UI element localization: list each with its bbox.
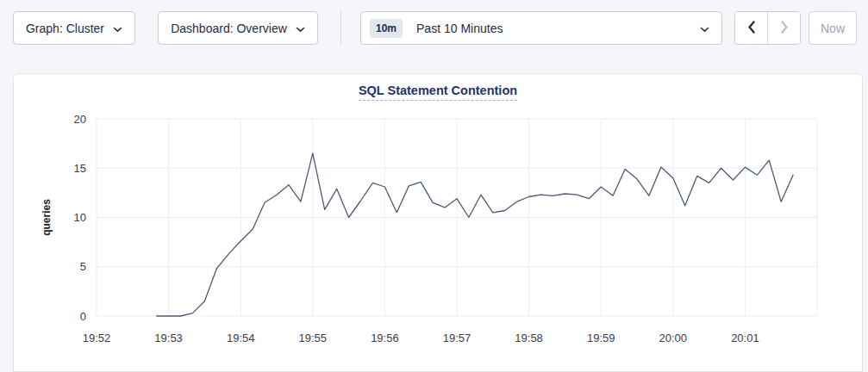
y-tick-label: 10 [74, 211, 86, 224]
x-tick-label: 20:00 [659, 332, 688, 344]
time-range-label: Past 10 Minutes [416, 22, 503, 35]
chevron-down-icon [700, 22, 709, 35]
time-back-button[interactable] [735, 12, 767, 44]
x-tick-label: 19:52 [83, 332, 111, 344]
dashboard-dropdown[interactable]: Dashboard: Overview [158, 11, 318, 45]
x-tick-label: 19:53 [154, 332, 183, 344]
x-tick-label: 19:57 [443, 332, 471, 344]
chart-title-row: SQL Statement Contention [14, 83, 862, 101]
x-tick-label: 19:59 [587, 332, 615, 344]
time-range-badge: 10m [370, 19, 403, 38]
sql-contention-line-chart[interactable]: 0510152019:5219:5319:5419:5519:5619:5719… [14, 102, 862, 360]
dashboard-dropdown-label: Dashboard: Overview [171, 22, 287, 35]
y-tick-label: 15 [74, 162, 86, 175]
y-axis-label: queries [41, 199, 53, 236]
y-tick-label: 20 [74, 113, 86, 126]
time-forward-button[interactable] [767, 12, 800, 44]
chevron-right-icon [780, 21, 789, 36]
chart-panel: SQL Statement Contention 0510152019:5219… [13, 73, 863, 372]
controls-bar: Graph: Cluster Dashboard: Overview 10m P… [0, 0, 868, 57]
chart-title[interactable]: SQL Statement Contention [359, 84, 517, 101]
y-tick-label: 0 [80, 310, 86, 323]
time-range-dropdown[interactable]: 10m Past 10 Minutes [360, 11, 722, 45]
divider [340, 10, 341, 45]
x-tick-label: 19:56 [371, 332, 399, 344]
db-console-metrics-page: { "controls": { "graph": { "label": "Gra… [0, 0, 868, 372]
series-line [157, 153, 793, 316]
time-shift-button-group [734, 11, 801, 45]
x-tick-label: 19:54 [227, 332, 255, 344]
now-button[interactable]: Now [809, 11, 857, 45]
graph-dropdown[interactable]: Graph: Cluster [13, 11, 135, 45]
chevron-down-icon [296, 22, 305, 35]
graph-dropdown-label: Graph: Cluster [26, 22, 104, 35]
chevron-left-icon [747, 21, 756, 36]
x-tick-label: 20:01 [731, 332, 759, 344]
y-tick-label: 5 [80, 260, 86, 273]
chevron-down-icon [113, 22, 122, 35]
x-tick-label: 19:55 [299, 332, 328, 344]
x-tick-label: 19:58 [515, 332, 543, 344]
